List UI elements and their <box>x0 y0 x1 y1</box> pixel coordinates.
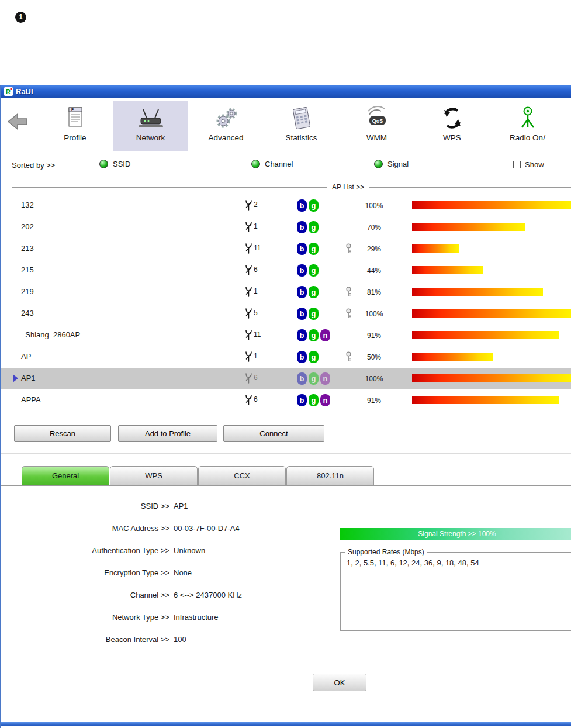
ap-row-219[interactable]: 2191bg81% <box>1 281 571 303</box>
ap-row-shiang-2860ap[interactable]: _Shiang_2860AP11bgn91% <box>1 325 571 346</box>
channel-cell: 5 <box>244 308 258 321</box>
window-bottom-border <box>1 722 571 726</box>
channel-icon <box>244 243 253 256</box>
ap-row-215[interactable]: 2156bg44% <box>1 260 571 281</box>
sort-channel-button[interactable]: Channel <box>251 160 293 168</box>
ssid-label: APPA <box>21 395 41 404</box>
detail-label: MAC Address >> <box>1 517 169 540</box>
detail-label: Beacon Interval >> <box>1 629 169 651</box>
signal-bar <box>412 288 571 296</box>
channel-cell: 2 <box>244 199 258 213</box>
toolbar-wmm-button[interactable]: QoSWMM <box>339 101 414 151</box>
ap-row-213[interactable]: 21311bg29% <box>1 238 571 260</box>
channel-icon <box>244 264 253 278</box>
signal-percent: 91% <box>355 396 393 405</box>
sort-bar: Sorted by >> SSIDChannelSignal Show <box>1 157 571 174</box>
checkbox-icon[interactable] <box>513 161 521 168</box>
channel-icon <box>244 372 253 386</box>
tab-wps[interactable]: WPS <box>110 466 198 485</box>
toolbar-network-label: Network <box>113 133 188 142</box>
connect-button[interactable]: Connect <box>223 425 324 442</box>
toolbar-radio-button[interactable]: Radio On/ <box>490 101 565 151</box>
toolbar-wps-button[interactable]: WPS <box>414 101 490 151</box>
ap-row-ap[interactable]: AP1bg50% <box>1 346 571 368</box>
mode-g-badge: g <box>309 351 319 363</box>
detail-value: 100 <box>174 629 186 651</box>
statistics-icon <box>264 104 339 132</box>
ap-list-header: AP List >> <box>12 183 571 191</box>
channel-cell: 6 <box>244 264 258 278</box>
green-led-icon <box>374 160 383 168</box>
mode-badges: bgn <box>297 329 330 341</box>
signal-bar <box>412 266 571 274</box>
tab-underline <box>1 485 571 486</box>
detail-value: AP1 <box>174 495 188 517</box>
titlebar[interactable]: R RaUI <box>1 85 571 98</box>
mode-n-badge: n <box>320 394 330 406</box>
svg-text:QoS: QoS <box>372 118 383 124</box>
mode-b-badge: b <box>297 286 307 298</box>
ap-row-132[interactable]: 1322bg100% <box>1 195 571 216</box>
mode-b-badge: b <box>297 329 307 341</box>
channel-cell: 11 <box>244 329 261 343</box>
tab-ccx[interactable]: CCX <box>198 466 286 485</box>
signal-bar-fill <box>412 374 571 382</box>
toolbar: PProfileNetworkAdvancedStatisticsQoSWMMW… <box>1 98 571 153</box>
signal-bar-fill <box>412 288 543 296</box>
ap-row-243[interactable]: 2435bg100% <box>1 303 571 325</box>
detail-label: Channel >> <box>1 584 169 606</box>
detail-value: Infrastructure <box>174 606 219 629</box>
ap-row-ap1[interactable]: AP16bgn100% <box>1 368 571 389</box>
ssid-label: 213 <box>21 244 34 253</box>
signal-bar <box>412 353 571 361</box>
sort-ssid-label: SSID <box>113 160 130 168</box>
ap-row-202[interactable]: 2021bg70% <box>1 216 571 238</box>
tab-general[interactable]: General <box>22 466 109 485</box>
mode-b-badge: b <box>297 372 307 385</box>
toolbar-statistics-button[interactable]: Statistics <box>264 101 339 151</box>
signal-bar <box>412 396 571 404</box>
channel-icon <box>244 286 253 299</box>
toolbar-profile-button[interactable]: PProfile <box>37 101 113 151</box>
signal-bar-fill <box>412 353 493 361</box>
signal-bar-fill <box>412 266 483 274</box>
add-to-profile-button[interactable]: Add to Profile <box>118 425 217 442</box>
ok-button[interactable]: OK <box>313 674 366 691</box>
ssid-label: 243 <box>21 309 34 318</box>
mode-g-badge: g <box>309 286 319 298</box>
mode-badges: bg <box>297 351 319 363</box>
toolbar-network-button[interactable]: Network <box>113 101 188 151</box>
window-title: RaUI <box>16 87 33 96</box>
rescan-button[interactable]: Rescan <box>14 425 111 442</box>
channel-number: 2 <box>254 201 258 209</box>
channel-icon <box>244 394 253 408</box>
signal-bar-fill <box>412 309 571 318</box>
ap-row-appa[interactable]: APPA6bgn91% <box>1 389 571 411</box>
supported-rates-title: Supported Rates (Mbps) <box>345 548 427 556</box>
signal-strength-bar: Signal Strength >> 100% <box>340 528 571 540</box>
wps-icon <box>414 104 490 132</box>
supported-rates-box: Supported Rates (Mbps) 1, 2, 5.5, 11, 6,… <box>340 548 571 631</box>
back-button[interactable] <box>6 112 29 133</box>
mode-b-badge: b <box>297 308 307 320</box>
key-icon <box>345 308 352 321</box>
network-icon <box>113 104 188 132</box>
wmm-icon: QoS <box>339 104 414 132</box>
show-checkbox-label: Show <box>525 160 544 169</box>
detail-value: Unknown <box>174 540 205 562</box>
tab-802-11n[interactable]: 802.11n <box>286 466 374 485</box>
radio-icon <box>490 104 565 132</box>
sort-ssid-button[interactable]: SSID <box>99 160 130 168</box>
show-checkbox[interactable]: Show <box>513 160 544 169</box>
detail-line: Beacon Interval >>100 <box>1 629 331 651</box>
mode-g-badge: g <box>309 199 319 212</box>
mode-b-badge: b <box>297 243 307 255</box>
tab-strip: GeneralWPSCCX802.11n <box>22 466 375 485</box>
toolbar-advanced-button[interactable]: Advanced <box>188 101 264 151</box>
signal-percent: 100% <box>355 310 393 318</box>
green-led-icon <box>251 160 260 168</box>
mode-n-badge: n <box>320 329 330 341</box>
sort-signal-button[interactable]: Signal <box>374 160 409 168</box>
signal-bar-fill <box>412 396 559 404</box>
ssid-label: AP <box>21 352 31 361</box>
